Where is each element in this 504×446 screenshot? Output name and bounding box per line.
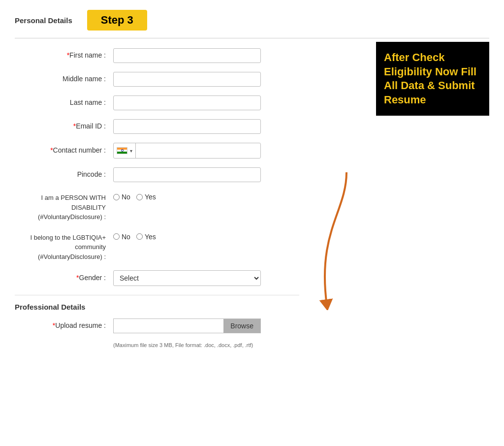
first-name-input[interactable] xyxy=(113,48,261,63)
email-row: *Email ID : xyxy=(15,119,299,134)
pincode-label: Pincode : xyxy=(15,170,113,180)
professional-title: Professional Details xyxy=(15,303,299,311)
arrow-decoration xyxy=(302,172,440,320)
contact-label: *Contact number : xyxy=(15,146,113,156)
contact-row: *Contact number : ▾ xyxy=(15,143,299,159)
lgbtq-label: I belong to the LGBTIQIA+ community (#Vo… xyxy=(15,233,113,262)
phone-input[interactable] xyxy=(136,144,260,158)
disability-no-label: No xyxy=(122,193,130,201)
section-title: Personal Details xyxy=(15,16,72,25)
file-input-wrapper: Browse xyxy=(113,319,261,333)
disability-yes-radio[interactable] xyxy=(136,194,143,200)
upload-row: *Upload resume : Browse xyxy=(15,319,299,333)
browse-button[interactable]: Browse xyxy=(223,319,260,333)
lgbtq-no-radio[interactable] xyxy=(113,233,120,240)
file-path-display xyxy=(114,319,223,333)
disability-row: I am a PERSON WITH DISABILITY (#Voluntar… xyxy=(15,191,299,222)
phone-flag-dropdown[interactable]: ▾ xyxy=(114,143,136,158)
email-label: *Email ID : xyxy=(15,122,113,131)
pincode-row: Pincode : xyxy=(15,167,299,182)
lgbtq-yes-label: Yes xyxy=(145,233,156,241)
lgbtq-row: I belong to the LGBTIQIA+ community (#Vo… xyxy=(15,231,299,262)
upload-label: *Upload resume : xyxy=(15,321,113,331)
lgbtq-no-label: No xyxy=(122,233,130,241)
disability-no-option[interactable]: No xyxy=(113,193,130,201)
last-name-row: Last name : xyxy=(15,96,299,110)
disability-label: I am a PERSON WITH DISABILITY (#Voluntar… xyxy=(15,193,113,222)
middle-name-label: Middle name : xyxy=(15,74,113,84)
lgbtq-yes-option[interactable]: Yes xyxy=(136,233,156,241)
professional-section: Professional Details *Upload resume : Br… xyxy=(15,295,299,348)
gender-label: *Gender : xyxy=(15,273,113,283)
middle-name-input[interactable] xyxy=(113,72,261,87)
step-badge: Step 3 xyxy=(87,10,147,31)
disability-radio-group: No Yes xyxy=(113,193,156,201)
first-name-label: *First name : xyxy=(15,51,113,61)
disability-no-radio[interactable] xyxy=(113,194,120,200)
first-name-row: *First name : xyxy=(15,48,299,63)
lgbtq-no-option[interactable]: No xyxy=(113,233,130,241)
middle-name-row: Middle name : xyxy=(15,72,299,87)
lgbtq-radio-group: No Yes xyxy=(113,233,156,241)
flag-dropdown-arrow: ▾ xyxy=(130,148,132,154)
file-hint: (Maximum file size 3 MB, File format: .d… xyxy=(113,342,299,348)
lgbtq-yes-radio[interactable] xyxy=(136,233,143,240)
phone-field: ▾ xyxy=(113,143,261,159)
india-flag-icon xyxy=(117,147,127,154)
callout-box: After Check Eligibility Now Fill All Dat… xyxy=(376,42,489,116)
gender-select[interactable]: Select Male Female Non-binary Prefer not… xyxy=(113,270,261,286)
disability-yes-label: Yes xyxy=(145,193,156,201)
last-name-label: Last name : xyxy=(15,98,113,108)
pincode-input[interactable] xyxy=(113,167,261,182)
disability-yes-option[interactable]: Yes xyxy=(136,193,156,201)
gender-row: *Gender : Select Male Female Non-binary … xyxy=(15,270,299,286)
last-name-input[interactable] xyxy=(113,96,261,110)
email-input[interactable] xyxy=(113,119,261,134)
